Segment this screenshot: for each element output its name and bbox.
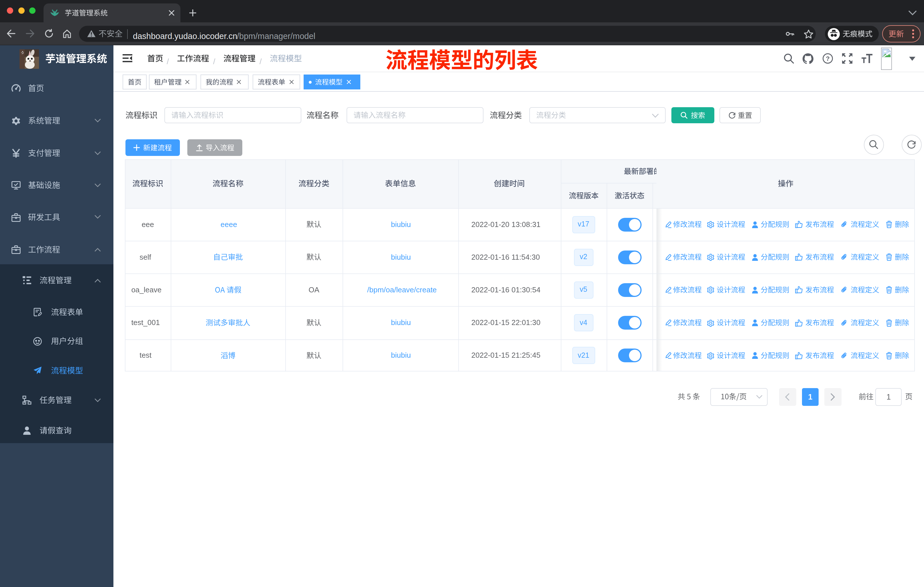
svg-text:?: ? bbox=[826, 55, 830, 62]
